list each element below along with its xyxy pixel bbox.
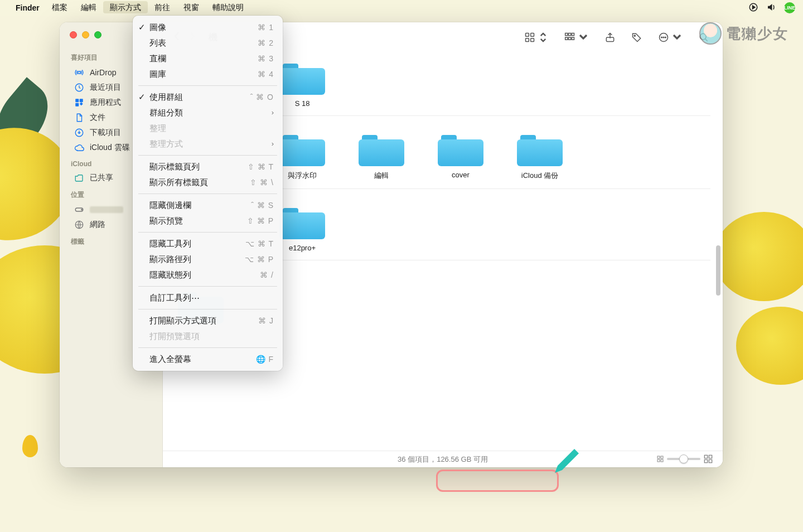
- svg-rect-33: [709, 455, 712, 458]
- svg-rect-30: [657, 460, 660, 462]
- download-icon: [74, 128, 84, 138]
- close-button[interactable]: [70, 31, 77, 38]
- volume-icon[interactable]: [766, 2, 776, 14]
- folder-item[interactable]: 與浮水印: [279, 133, 326, 181]
- menu-item-label: 整理方式: [149, 138, 183, 150]
- menu-item-隱藏狀態列[interactable]: 隱藏狀態列⌘ /: [133, 267, 283, 283]
- menu-item-顯示所有標籤頁[interactable]: 顯示所有標籤頁⇧ ⌘ \: [133, 175, 283, 190]
- sidebar-item-label: AirDrop: [90, 68, 116, 77]
- status-bar: 36 個項目，126.56 GB 可用: [163, 451, 723, 467]
- sidebar-item-label: 文件: [90, 113, 105, 123]
- share-button[interactable]: [601, 30, 619, 45]
- menu-item-列表[interactable]: 列表⌘ 2: [133, 35, 283, 51]
- sidebar-item-label: [90, 206, 123, 213]
- svg-rect-14: [531, 38, 534, 42]
- view-menu-dropdown[interactable]: ✓圖像⌘ 1列表⌘ 2直欄⌘ 3圖庫⌘ 4✓使用群組ˆ ⌘ O群組分類›整理整理…: [133, 16, 283, 371]
- folder-icon: [359, 133, 404, 166]
- svg-point-2: [78, 71, 81, 74]
- svg-rect-20: [572, 37, 574, 40]
- menu-檔案[interactable]: 檔案: [45, 1, 74, 13]
- menu-shortcut: ⇧ ⌘ P: [247, 215, 274, 227]
- menu-item-隱藏工具列[interactable]: 隱藏工具列⌥ ⌘ T: [133, 236, 283, 252]
- screen-mirroring-icon[interactable]: [748, 2, 758, 14]
- svg-rect-34: [704, 460, 707, 462]
- sidebar-item-label: 下載項目: [90, 128, 121, 138]
- vertical-scrollbar[interactable]: [716, 245, 720, 296]
- shared-icon: [74, 173, 84, 183]
- menu-item-label: 顯示預覽: [149, 215, 183, 227]
- app-name[interactable]: Finder: [16, 3, 40, 12]
- svg-point-9: [81, 209, 83, 210]
- svg-point-26: [665, 37, 666, 38]
- tags-button[interactable]: [628, 30, 646, 45]
- menu-item-隱藏側邊欄[interactable]: 隱藏側邊欄ˆ ⌘ S: [133, 197, 283, 213]
- menu-item-顯示預覽[interactable]: 顯示預覽⇧ ⌘ P: [133, 213, 283, 229]
- menu-item-圖庫[interactable]: 圖庫⌘ 4: [133, 66, 283, 82]
- group-button[interactable]: [561, 30, 592, 45]
- menu-item-label: 隱藏工具列: [149, 238, 191, 250]
- menu-item-自訂工具列⋯[interactable]: 自訂工具列⋯: [133, 290, 283, 306]
- menu-item-label: 使用群組: [149, 91, 183, 103]
- line-menubar-icon[interactable]: LINE: [784, 2, 795, 13]
- menu-shortcut: 🌐 F: [256, 353, 274, 365]
- menu-shortcut: ⌘ J: [258, 315, 274, 327]
- menu-item-label: 隱藏狀態列: [149, 269, 191, 281]
- menu-item-label: 顯示路徑列: [149, 253, 191, 265]
- svg-rect-15: [565, 33, 568, 36]
- sidebar-item-label: 最近項目: [90, 83, 121, 93]
- chevron-right-icon: ›: [272, 138, 274, 150]
- svg-rect-17: [572, 33, 574, 36]
- folder-item[interactable]: iCloud 備份: [516, 133, 563, 181]
- menu-item-圖像[interactable]: ✓圖像⌘ 1: [133, 20, 283, 35]
- disk-icon: [74, 205, 84, 215]
- menu-shortcut: ⇧ ⌘ T: [248, 161, 274, 173]
- svg-rect-35: [709, 460, 712, 462]
- menu-item-顯示標籤頁列[interactable]: 顯示標籤頁列⇧ ⌘ T: [133, 159, 283, 175]
- menu-shortcut: ⌘ 2: [258, 37, 274, 49]
- menu-item-群組分類[interactable]: 群組分類›: [133, 105, 283, 120]
- folder-icon: [438, 133, 483, 166]
- folder-icon: [279, 133, 325, 166]
- menu-編輯[interactable]: 編輯: [74, 1, 103, 13]
- menu-item-直欄[interactable]: 直欄⌘ 3: [133, 51, 283, 66]
- svg-point-24: [661, 37, 662, 38]
- menu-顯示方式[interactable]: 顯示方式: [103, 1, 148, 13]
- menu-item-label: 列表: [149, 37, 166, 49]
- menu-item-顯示路徑列[interactable]: 顯示路徑列⌥ ⌘ P: [133, 252, 283, 267]
- menu-item-label: 顯示所有標籤頁: [149, 176, 208, 188]
- clock-icon: [74, 83, 84, 93]
- menu-輔助說明[interactable]: 輔助說明: [206, 1, 250, 13]
- sidebar-item-label: 應用程式: [90, 98, 121, 108]
- sidebar-item-label: 已共享: [90, 173, 113, 183]
- doc-icon: [74, 113, 84, 123]
- menu-item-label: 打開預覽選項: [149, 330, 200, 342]
- folder-item[interactable]: S 18: [279, 61, 326, 108]
- minimize-button[interactable]: [82, 31, 89, 38]
- svg-rect-6: [75, 103, 79, 107]
- brand-watermark: 電獺少女: [699, 22, 789, 45]
- menu-shortcut: ⌘ 4: [258, 68, 274, 80]
- more-button[interactable]: [655, 30, 686, 45]
- menu-shortcut: ⌥ ⌘ P: [245, 253, 274, 265]
- menu-item-使用群組[interactable]: ✓使用群組ˆ ⌘ O: [133, 89, 283, 105]
- menu-item-label: 進入全螢幕: [149, 353, 191, 365]
- status-text: 36 個項目，126.56 GB 可用: [398, 454, 488, 465]
- svg-rect-13: [526, 38, 529, 42]
- folder-icon: [279, 206, 325, 239]
- svg-rect-12: [531, 33, 534, 37]
- menu-前往[interactable]: 前往: [148, 1, 177, 13]
- folder-item[interactable]: cover: [437, 133, 484, 181]
- icon-size-slider[interactable]: [657, 454, 713, 463]
- menu-視窗[interactable]: 視窗: [177, 1, 206, 13]
- menu-item-label: 自訂工具列⋯: [149, 292, 200, 304]
- zoom-button[interactable]: [94, 31, 101, 38]
- view-icons-button[interactable]: [521, 30, 552, 45]
- folder-item[interactable]: 編輯: [358, 133, 405, 181]
- apps-icon: [74, 98, 84, 108]
- menu-shortcut: ˆ ⌘ S: [251, 199, 274, 211]
- folder-item[interactable]: e12pro+: [279, 206, 326, 252]
- menu-item-label: 圖像: [149, 21, 166, 33]
- menu-item-打開顯示方式選項[interactable]: 打開顯示方式選項⌘ J: [133, 313, 283, 328]
- menu-item-進入全螢幕[interactable]: 進入全螢幕🌐 F: [133, 351, 283, 367]
- folder-label: e12pro+: [289, 244, 316, 252]
